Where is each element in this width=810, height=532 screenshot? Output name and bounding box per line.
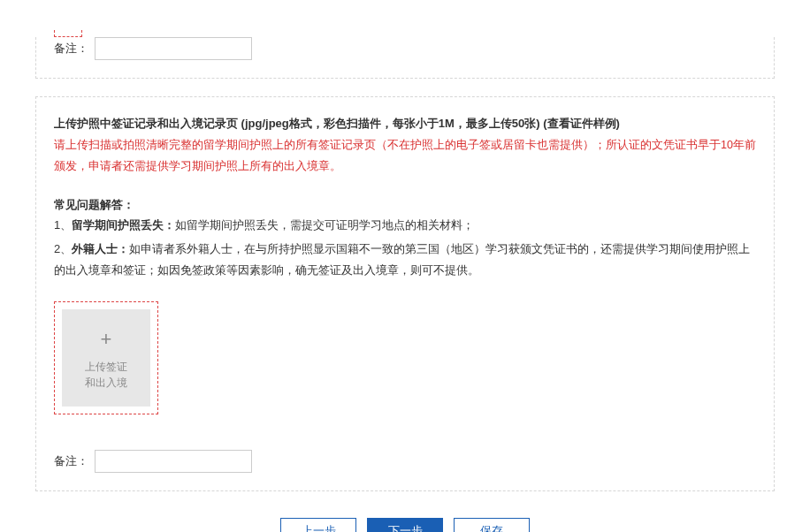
remark-label-2: 备注： (54, 453, 95, 469)
upload-label-line1: 上传签证 (85, 359, 127, 375)
faq1-text: 如留学期间护照丢失，需提交可证明学习地点的相关材料； (175, 218, 474, 232)
faq-heading: 常见问题解答： (54, 197, 756, 213)
faq1-num: 1、 (54, 218, 72, 232)
plus-icon: + (101, 324, 112, 353)
section-passport-visa-upload: 上传护照中签证记录和出入境记录页 (jpg/jpeg格式，彩色扫描件，每张小于1… (35, 96, 775, 491)
remark-row-1: 备注： (54, 37, 756, 60)
save-button[interactable]: 保存 (454, 518, 530, 532)
remark-row-2: 备注： (54, 450, 756, 473)
faq2-bold: 外籍人士： (72, 242, 129, 255)
prev-upload-box-fragment (54, 30, 82, 37)
upload-visa-entry-button[interactable]: + 上传签证 和出入境 (62, 309, 150, 407)
upload-title: 上传护照中签证记录和出入境记录页 (jpg/jpeg格式，彩色扫描件，每张小于1… (54, 117, 543, 130)
remark-label-1: 备注： (54, 41, 95, 57)
upload-label-line2: 和出入境 (85, 375, 127, 391)
remark-input-2[interactable] (95, 450, 252, 473)
faq-item-1: 1、留学期间护照丢失：如留学期间护照丢失，需提交可证明学习地点的相关材料； (54, 215, 756, 237)
remark-input-1[interactable] (95, 37, 252, 60)
button-row: 上一步 下一步 保存 (0, 518, 810, 532)
page: 备注： 上传护照中签证记录和出入境记录页 (jpg/jpeg格式，彩色扫描件，每… (0, 37, 810, 532)
faq2-num: 2、 (54, 242, 72, 255)
next-button[interactable]: 下一步 (367, 518, 443, 532)
faq2-text: 如申请者系外籍人士，在与所持护照显示国籍不一致的第三国（地区）学习获颁文凭证书的… (54, 242, 750, 277)
upload-red-note: 请上传扫描或拍照清晰完整的留学期间护照上的所有签证记录页（不在护照上的电子签或居… (54, 135, 756, 178)
faq-item-2: 2、外籍人士：如申请者系外籍人士，在与所持护照显示国籍不一致的第三国（地区）学习… (54, 239, 756, 282)
view-sample-link[interactable]: (查看证件样例) (543, 117, 620, 130)
section-prev-fragment: 备注： (35, 37, 775, 79)
prev-button[interactable]: 上一步 (280, 518, 356, 532)
upload-box-wrap: + 上传签证 和出入境 (54, 301, 158, 414)
upload-title-row: 上传护照中签证记录和出入境记录页 (jpg/jpeg格式，彩色扫描件，每张小于1… (54, 113, 756, 133)
faq1-bold: 留学期间护照丢失： (72, 218, 175, 232)
